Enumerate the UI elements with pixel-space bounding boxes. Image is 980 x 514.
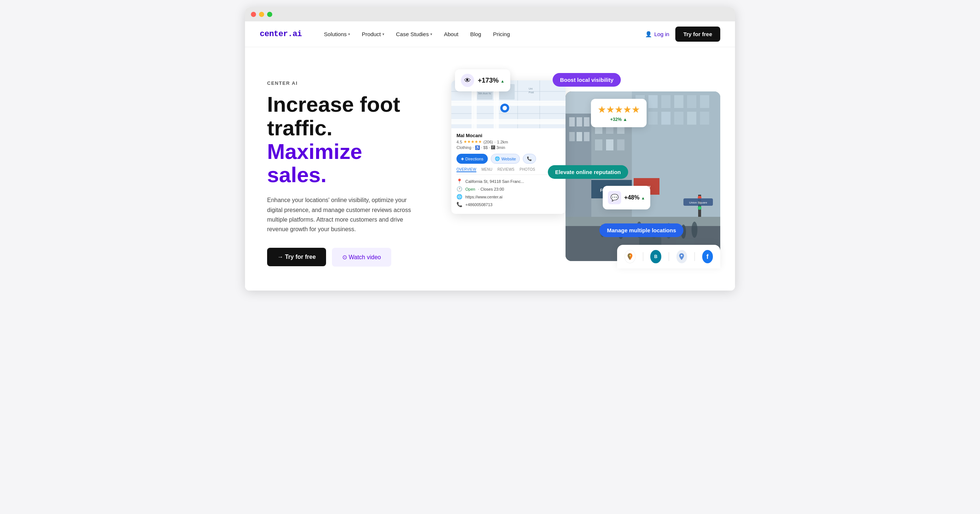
google-maps-icon [624,250,636,263]
message-icon: 💬 [608,191,621,204]
message-badge: 💬 +48% ▲ [603,186,650,209]
tab-reviews[interactable]: REVIEWS [497,168,514,172]
watch-video-cta[interactable]: ⊙ Watch video [332,248,391,267]
svg-point-39 [692,222,697,238]
platform-icons-row: B f [617,245,720,268]
call-button[interactable]: 📞 [523,154,536,164]
review-up: +32% ▲ [598,117,640,122]
maximize-button[interactable] [267,12,272,17]
facebook-icon: f [702,250,713,263]
website-button[interactable]: 🌐 Website [491,154,520,164]
hero-section: CENTER AI Increase foot traffic. Maximiz… [245,47,735,291]
stars: ★★★★★ [463,139,482,144]
svg-rect-24 [700,95,709,108]
svg-text:Post: Post [529,91,534,94]
visibility-stat-badge: 👁 +173% ▲ [455,69,510,91]
review-stars: ★★★★★ [598,104,640,115]
nav-item-product[interactable]: Product ▾ [362,31,384,37]
svg-rect-65 [451,119,566,124]
svg-rect-5 [569,132,575,141]
msg-value: +48% ▲ [624,194,645,201]
phone-row: 📞 +48600508713 [457,202,560,207]
hero-left: CENTER AI Increase foot traffic. Maximiz… [267,69,429,267]
hero-heading: Increase foot traffic. Maximize sales. [267,93,429,187]
logo[interactable]: center.ai [260,29,302,39]
stat-up-icon: ▲ [501,79,505,83]
nav-item-about[interactable]: About [444,31,458,37]
svg-rect-2 [569,117,575,126]
directions-button[interactable]: ◈ Directions [457,154,488,164]
nav-item-case-studies[interactable]: Case Studies ▾ [396,31,432,37]
tab-overview[interactable]: OVERVIEW [457,168,476,172]
svg-text:Uni: Uni [529,88,533,90]
apple-maps-icon [676,250,687,263]
hero-ctas: → Try for free ⊙ Watch video [267,248,429,267]
map-meta: Clothing · ♿ · $$ · 🅿 3min [457,145,560,150]
map-card: 5th Ave N Uni Post Mal Mocani 4.5 ★★★★★ … [451,80,566,214]
chevron-down-icon: ▾ [348,32,350,36]
bing-icon: B [650,250,661,263]
open-label: Open [465,187,475,192]
browser-window: center.ai Solutions ▾ Product ▾ Case Stu… [245,7,735,291]
nav-item-solutions[interactable]: Solutions ▾ [324,31,350,37]
svg-point-73 [681,255,682,257]
svg-rect-22 [674,95,683,108]
address-row: 📍 California St, 94118 San Franc... [457,179,560,184]
login-button[interactable]: 👤 Log in [645,31,670,38]
nav-item-pricing[interactable]: Pricing [493,31,510,37]
svg-rect-15 [595,139,602,150]
hero-description: Enhance your locations' online visibilit… [267,195,422,235]
hero-eyebrow: CENTER AI [267,80,429,86]
manage-locations-label: Manage multiple locations [600,223,683,237]
try-for-free-cta[interactable]: → Try for free [267,248,326,266]
svg-rect-23 [687,95,696,108]
tab-menu[interactable]: MENU [482,168,492,172]
window-chrome [245,7,735,21]
user-icon: 👤 [645,31,652,38]
hours-row: 🕐 Open · Closes 23:00 [457,186,560,192]
svg-rect-28 [674,112,683,125]
directions-icon: ◈ [461,156,464,161]
svg-point-69 [503,106,507,110]
svg-rect-30 [700,112,709,125]
svg-rect-21 [661,95,671,108]
clock-icon: 🕐 [457,186,462,192]
separator [643,252,643,261]
location-icon: 📍 [457,179,462,184]
globe-icon: 🌐 [495,156,500,161]
try-for-free-button[interactable]: Try for free [675,27,720,42]
web-icon: 🌐 [457,194,462,200]
hero-right: FOREVER 21 DSW Union Square [451,69,720,268]
elevate-reputation-label: Elevate online reputation [548,165,628,179]
svg-rect-7 [584,132,589,141]
svg-point-50 [698,206,702,210]
nav-links: Solutions ▾ Product ▾ Case Studies ▾ Abo… [324,31,645,37]
boost-visibility-label: Boost local visibility [553,73,621,87]
svg-rect-6 [577,132,582,141]
svg-rect-20 [648,95,658,108]
reviews-badge: ★★★★★ +32% ▲ [591,99,647,127]
svg-rect-64 [451,101,566,106]
eye-icon: 👁 [461,74,474,87]
business-name: Mal Mocani [457,133,560,138]
tab-photos[interactable]: PHOTOS [519,168,535,172]
svg-text:5th Ave N: 5th Ave N [478,92,491,95]
url-row: 🌐 https://www.center.ai [457,194,560,200]
svg-text:Union Square: Union Square [689,201,707,204]
stat-values: +173% ▲ [478,77,504,85]
msg-values: +48% ▲ [624,194,645,201]
minimize-button[interactable] [259,12,264,17]
nav-actions: 👤 Log in Try for free [645,27,720,42]
separator [694,252,695,261]
svg-rect-4 [584,117,589,126]
stat-value: +173% ▲ [478,77,504,85]
navbar: center.ai Solutions ▾ Product ▾ Case Stu… [245,21,735,47]
svg-rect-27 [661,112,671,125]
nav-item-blog[interactable]: Blog [470,31,481,37]
svg-rect-26 [648,112,658,125]
close-button[interactable] [251,12,256,17]
svg-rect-3 [577,117,582,126]
svg-rect-16 [606,139,613,150]
chevron-down-icon: ▾ [430,32,432,36]
phone-icon: 📞 [457,202,462,207]
